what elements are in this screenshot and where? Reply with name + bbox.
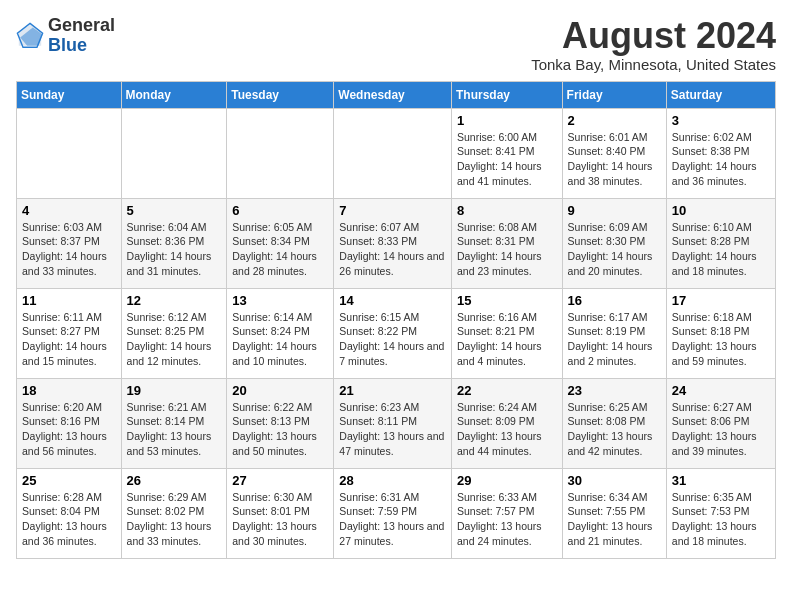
daylight-text: Daylight: 13 hours and 24 minutes. (457, 519, 557, 548)
day-number: 20 (232, 383, 328, 398)
daylight-text: Daylight: 14 hours and 41 minutes. (457, 159, 557, 188)
day-number: 30 (568, 473, 661, 488)
week-row-5: 25Sunrise: 6:28 AMSunset: 8:04 PMDayligh… (17, 468, 776, 558)
calendar-cell: 27Sunrise: 6:30 AMSunset: 8:01 PMDayligh… (227, 468, 334, 558)
sunset-text: Sunset: 8:18 PM (672, 324, 770, 339)
calendar-cell: 5Sunrise: 6:04 AMSunset: 8:36 PMDaylight… (121, 198, 227, 288)
day-number: 15 (457, 293, 557, 308)
day-number: 2 (568, 113, 661, 128)
calendar-cell: 21Sunrise: 6:23 AMSunset: 8:11 PMDayligh… (334, 378, 452, 468)
sunset-text: Sunset: 8:36 PM (127, 234, 222, 249)
daylight-text: Daylight: 13 hours and 44 minutes. (457, 429, 557, 458)
calendar-cell: 4Sunrise: 6:03 AMSunset: 8:37 PMDaylight… (17, 198, 122, 288)
sunrise-text: Sunrise: 6:16 AM (457, 310, 557, 325)
header-cell-thursday: Thursday (451, 81, 562, 108)
daylight-text: Daylight: 14 hours and 15 minutes. (22, 339, 116, 368)
daylight-text: Daylight: 14 hours and 10 minutes. (232, 339, 328, 368)
calendar-cell: 18Sunrise: 6:20 AMSunset: 8:16 PMDayligh… (17, 378, 122, 468)
daylight-text: Daylight: 14 hours and 7 minutes. (339, 339, 446, 368)
calendar-cell: 20Sunrise: 6:22 AMSunset: 8:13 PMDayligh… (227, 378, 334, 468)
day-number: 11 (22, 293, 116, 308)
daylight-text: Daylight: 13 hours and 47 minutes. (339, 429, 446, 458)
sunset-text: Sunset: 8:04 PM (22, 504, 116, 519)
day-number: 5 (127, 203, 222, 218)
header-cell-tuesday: Tuesday (227, 81, 334, 108)
calendar-cell: 1Sunrise: 6:00 AMSunset: 8:41 PMDaylight… (451, 108, 562, 198)
daylight-text: Daylight: 13 hours and 18 minutes. (672, 519, 770, 548)
sunset-text: Sunset: 8:01 PM (232, 504, 328, 519)
calendar-cell (227, 108, 334, 198)
day-number: 8 (457, 203, 557, 218)
sunset-text: Sunset: 8:19 PM (568, 324, 661, 339)
day-number: 31 (672, 473, 770, 488)
month-year: August 2024 (531, 16, 776, 56)
day-number: 17 (672, 293, 770, 308)
daylight-text: Daylight: 14 hours and 28 minutes. (232, 249, 328, 278)
day-number: 18 (22, 383, 116, 398)
header-row: SundayMondayTuesdayWednesdayThursdayFrid… (17, 81, 776, 108)
logo-text: General Blue (48, 16, 115, 56)
day-number: 13 (232, 293, 328, 308)
daylight-text: Daylight: 13 hours and 56 minutes. (22, 429, 116, 458)
calendar-cell: 13Sunrise: 6:14 AMSunset: 8:24 PMDayligh… (227, 288, 334, 378)
sunrise-text: Sunrise: 6:34 AM (568, 490, 661, 505)
header-cell-wednesday: Wednesday (334, 81, 452, 108)
day-number: 4 (22, 203, 116, 218)
sunset-text: Sunset: 8:09 PM (457, 414, 557, 429)
daylight-text: Daylight: 14 hours and 23 minutes. (457, 249, 557, 278)
day-number: 25 (22, 473, 116, 488)
sunset-text: Sunset: 8:30 PM (568, 234, 661, 249)
day-number: 24 (672, 383, 770, 398)
sunset-text: Sunset: 8:25 PM (127, 324, 222, 339)
calendar-cell: 16Sunrise: 6:17 AMSunset: 8:19 PMDayligh… (562, 288, 666, 378)
sunrise-text: Sunrise: 6:14 AM (232, 310, 328, 325)
day-number: 6 (232, 203, 328, 218)
daylight-text: Daylight: 14 hours and 12 minutes. (127, 339, 222, 368)
daylight-text: Daylight: 13 hours and 39 minutes. (672, 429, 770, 458)
sunset-text: Sunset: 8:24 PM (232, 324, 328, 339)
calendar-cell: 6Sunrise: 6:05 AMSunset: 8:34 PMDaylight… (227, 198, 334, 288)
day-number: 10 (672, 203, 770, 218)
calendar-cell: 15Sunrise: 6:16 AMSunset: 8:21 PMDayligh… (451, 288, 562, 378)
sunset-text: Sunset: 8:22 PM (339, 324, 446, 339)
sunrise-text: Sunrise: 6:30 AM (232, 490, 328, 505)
calendar-header: SundayMondayTuesdayWednesdayThursdayFrid… (17, 81, 776, 108)
day-number: 1 (457, 113, 557, 128)
daylight-text: Daylight: 13 hours and 27 minutes. (339, 519, 446, 548)
sunrise-text: Sunrise: 6:25 AM (568, 400, 661, 415)
daylight-text: Daylight: 14 hours and 26 minutes. (339, 249, 446, 278)
sunset-text: Sunset: 8:41 PM (457, 144, 557, 159)
day-number: 23 (568, 383, 661, 398)
calendar-cell (121, 108, 227, 198)
day-number: 16 (568, 293, 661, 308)
sunset-text: Sunset: 8:33 PM (339, 234, 446, 249)
sunrise-text: Sunrise: 6:33 AM (457, 490, 557, 505)
sunrise-text: Sunrise: 6:05 AM (232, 220, 328, 235)
calendar-cell: 22Sunrise: 6:24 AMSunset: 8:09 PMDayligh… (451, 378, 562, 468)
sunrise-text: Sunrise: 6:28 AM (22, 490, 116, 505)
sunrise-text: Sunrise: 6:07 AM (339, 220, 446, 235)
day-number: 7 (339, 203, 446, 218)
calendar-body: 1Sunrise: 6:00 AMSunset: 8:41 PMDaylight… (17, 108, 776, 558)
calendar-cell: 12Sunrise: 6:12 AMSunset: 8:25 PMDayligh… (121, 288, 227, 378)
daylight-text: Daylight: 13 hours and 50 minutes. (232, 429, 328, 458)
sunset-text: Sunset: 8:11 PM (339, 414, 446, 429)
header-cell-monday: Monday (121, 81, 227, 108)
calendar-cell: 14Sunrise: 6:15 AMSunset: 8:22 PMDayligh… (334, 288, 452, 378)
daylight-text: Daylight: 14 hours and 2 minutes. (568, 339, 661, 368)
calendar-cell: 17Sunrise: 6:18 AMSunset: 8:18 PMDayligh… (666, 288, 775, 378)
sunrise-text: Sunrise: 6:21 AM (127, 400, 222, 415)
daylight-text: Daylight: 14 hours and 36 minutes. (672, 159, 770, 188)
calendar-cell: 19Sunrise: 6:21 AMSunset: 8:14 PMDayligh… (121, 378, 227, 468)
calendar-cell: 11Sunrise: 6:11 AMSunset: 8:27 PMDayligh… (17, 288, 122, 378)
calendar-table: SundayMondayTuesdayWednesdayThursdayFrid… (16, 81, 776, 559)
daylight-text: Daylight: 14 hours and 33 minutes. (22, 249, 116, 278)
daylight-text: Daylight: 13 hours and 21 minutes. (568, 519, 661, 548)
week-row-4: 18Sunrise: 6:20 AMSunset: 8:16 PMDayligh… (17, 378, 776, 468)
daylight-text: Daylight: 14 hours and 38 minutes. (568, 159, 661, 188)
calendar-cell: 31Sunrise: 6:35 AMSunset: 7:53 PMDayligh… (666, 468, 775, 558)
sunrise-text: Sunrise: 6:12 AM (127, 310, 222, 325)
sunrise-text: Sunrise: 6:29 AM (127, 490, 222, 505)
daylight-text: Daylight: 13 hours and 33 minutes. (127, 519, 222, 548)
sunset-text: Sunset: 7:59 PM (339, 504, 446, 519)
